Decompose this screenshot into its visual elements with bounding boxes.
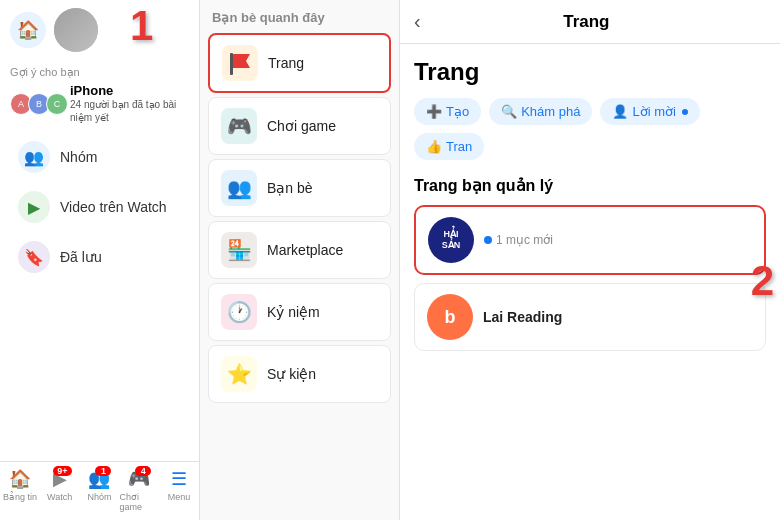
nhom-badge: 1 <box>95 466 111 476</box>
middle-item-marketplace[interactable]: 🏪 Marketplace <box>208 221 391 279</box>
action-pills: ➕ Tạo 🔍 Khám phá 👤 Lời mời 👍 Tran <box>414 98 766 160</box>
ky-niem-label: Kỷ niệm <box>267 304 320 320</box>
page-avatar-lai: b <box>427 294 473 340</box>
ban-be-icon: 👥 <box>221 170 257 206</box>
nav-game[interactable]: 🎮 4 Chơi game <box>119 468 159 512</box>
game-badge: 4 <box>135 466 151 476</box>
page-sub-text: 1 mục mới <box>496 233 553 247</box>
nhom-icon: 👥 <box>18 141 50 173</box>
page-info-lai: Lai Reading <box>483 309 753 325</box>
ban-be-label: Bạn bè <box>267 180 313 196</box>
ky-niem-icon: 🕐 <box>221 294 257 330</box>
menu-label: Menu <box>168 492 191 502</box>
trang-flag-icon <box>222 45 258 81</box>
lai-reading-name: Lai Reading <box>483 309 753 325</box>
middle-item-ky-niem[interactable]: 🕐 Kỷ niệm <box>208 283 391 341</box>
watch-badge: 9+ <box>53 466 71 476</box>
mini-avatars: A B C <box>10 93 64 115</box>
choi-game-label: Chơi game <box>267 118 336 134</box>
suggestion-title: Gợi ý cho bạn <box>10 66 189 79</box>
nav-watch[interactable]: ▶ 9+ Watch <box>40 468 80 512</box>
trang-tab-icon: 👍 <box>426 139 442 154</box>
new-dot-indicator <box>484 236 492 244</box>
friend-count-text: 24 người bạn đã tạo bài niệm yết <box>70 98 189 124</box>
nhom-bottom-label: Nhóm <box>87 492 111 502</box>
game-label: Chơi game <box>119 492 159 512</box>
tao-button[interactable]: ➕ Tạo <box>414 98 481 125</box>
left-panel: 🏠 Gợi ý cho bạn A B C iPhone 24 người bạ… <box>0 0 200 520</box>
marketplace-icon: 🏪 <box>221 232 257 268</box>
loi-moi-label: Lời mời <box>632 104 675 119</box>
loi-moi-icon: 👤 <box>612 104 628 119</box>
watch-bottom-label: Watch <box>47 492 72 502</box>
right-content: Trang ➕ Tạo 🔍 Khám phá 👤 Lời mời 👍 Tran … <box>400 44 780 520</box>
trang-label: Trang <box>268 55 304 71</box>
page-avatar-1: HẢISẢN <box>428 217 474 263</box>
game-middle-icon: 🎮 <box>221 108 257 144</box>
sidebar-item-nhom[interactable]: 👥 Nhóm <box>6 133 193 181</box>
kham-pha-label: Khám phá <box>521 104 580 119</box>
annotation-2: 2 <box>751 257 774 305</box>
sidebar-item-watch[interactable]: ▶ Video trên Watch <box>6 183 193 231</box>
page-sub-1: 1 mục mới <box>484 233 752 247</box>
page-card-lai-reading[interactable]: b Lai Reading <box>414 283 766 351</box>
suggestion-item: A B C iPhone 24 người bạn đã tạo bài niệ… <box>10 83 189 124</box>
su-kien-label: Sự kiện <box>267 366 316 382</box>
saved-label: Đã lưu <box>60 249 102 265</box>
middle-item-su-kien[interactable]: ⭐ Sự kiện <box>208 345 391 403</box>
page-info-1: 1 mục mới <box>484 233 752 247</box>
nhom-label: Nhóm <box>60 149 97 165</box>
watch-label: Video trên Watch <box>60 199 167 215</box>
sidebar-item-saved[interactable]: 🔖 Đã lưu <box>6 233 193 281</box>
page-main-title: Trang <box>414 58 766 86</box>
loi-moi-button[interactable]: 👤 Lời mời <box>600 98 699 125</box>
user-avatar <box>54 8 98 52</box>
left-header: 🏠 <box>0 0 199 60</box>
back-button[interactable]: ‹ <box>414 10 421 33</box>
saved-icon: 🔖 <box>18 241 50 273</box>
nav-menu[interactable]: ☰ Menu <box>159 468 199 512</box>
iphone-label: iPhone <box>70 83 189 98</box>
middle-item-ban-be[interactable]: 👥 Bạn bè <box>208 159 391 217</box>
middle-item-trang[interactable]: Trang <box>208 33 391 93</box>
menu-icon: ☰ <box>171 468 187 490</box>
marketplace-label: Marketplace <box>267 242 343 258</box>
trang-tab-label: Tran <box>446 139 472 154</box>
annotation-1: 1 <box>130 2 153 50</box>
mini-avatar-3: C <box>46 93 68 115</box>
right-panel: ‹ Trang Trang ➕ Tạo 🔍 Khám phá 👤 Lời mời… <box>400 0 780 520</box>
right-header-title: Trang <box>431 12 742 32</box>
page-card-1[interactable]: HẢISẢN 1 mục mới 2 <box>414 205 766 275</box>
home-nav-icon[interactable]: 🏠 <box>10 12 46 48</box>
middle-panel: Bạn bè quanh đây Trang 🎮 Chơi game 👥 Bạn… <box>200 0 400 520</box>
kham-pha-icon: 🔍 <box>501 104 517 119</box>
nav-bang-tin[interactable]: 🏠 Bảng tin <box>0 468 40 512</box>
middle-item-choi-game[interactable]: 🎮 Chơi game <box>208 97 391 155</box>
managed-section-title: Trang bạn quản lý <box>414 176 766 195</box>
right-header: ‹ Trang <box>400 0 780 44</box>
trang-tab-button[interactable]: 👍 Tran <box>414 133 484 160</box>
su-kien-icon: ⭐ <box>221 356 257 392</box>
bang-tin-label: Bảng tin <box>3 492 37 502</box>
tao-label: Tạo <box>446 104 469 119</box>
kham-pha-button[interactable]: 🔍 Khám phá <box>489 98 592 125</box>
nav-nhom[interactable]: 👥 1 Nhóm <box>80 468 120 512</box>
watch-icon: ▶ <box>18 191 50 223</box>
middle-section-title: Bạn bè quanh đây <box>200 0 399 31</box>
suggestion-box: Gợi ý cho bạn A B C iPhone 24 người bạn … <box>0 60 199 132</box>
bang-tin-icon: 🏠 <box>9 468 31 490</box>
bottom-nav: 🏠 Bảng tin ▶ 9+ Watch 👥 1 Nhóm 🎮 4 Chơi … <box>0 461 199 520</box>
svg-rect-0 <box>230 53 233 75</box>
tao-icon: ➕ <box>426 104 442 119</box>
